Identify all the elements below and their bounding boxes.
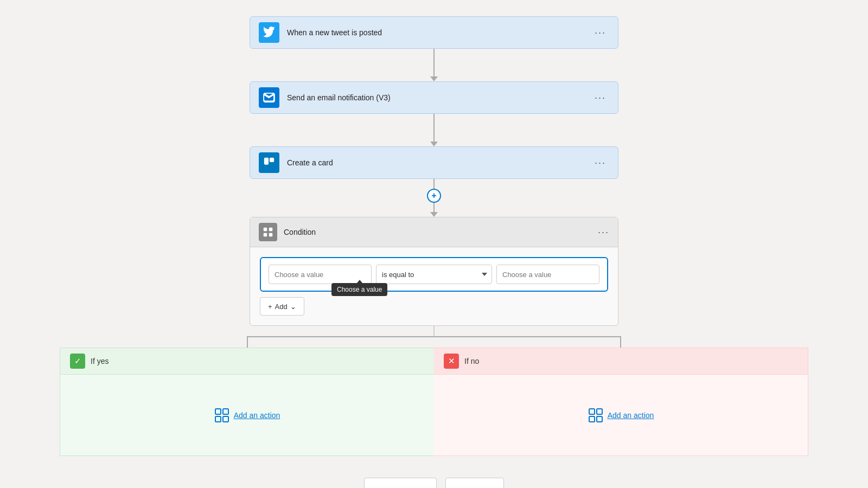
branch-yes-header: ✓ If yes (60, 348, 434, 375)
add-action-no-label: Add an action (608, 411, 654, 420)
add-action-yes-icon (214, 408, 229, 423)
branch-no-header: ✕ If no (434, 348, 808, 375)
condition-value-right[interactable] (496, 265, 599, 284)
twitter-icon (259, 22, 279, 43)
condition-value-left[interactable] (269, 265, 372, 284)
new-step-label: + New step (380, 486, 420, 489)
svg-rect-6 (215, 409, 221, 414)
condition-operator[interactable]: is equal to (376, 265, 492, 284)
branch-no-label: If no (464, 357, 479, 365)
svg-rect-1 (270, 158, 274, 162)
add-plus-icon: + (268, 303, 272, 311)
step-trello-more[interactable]: ··· (591, 155, 609, 171)
add-action-yes-label: Add an action (234, 411, 280, 420)
branch-no-body: Add an action (434, 375, 808, 455)
branch-yes-label: If yes (91, 357, 108, 365)
branch-no: ✕ If no Add an action (434, 348, 808, 456)
plus-connector: + (427, 179, 441, 217)
canvas: When a new tweet is posted ··· Send an e… (0, 0, 868, 488)
checkmark-icon: ✓ (74, 356, 81, 366)
svg-rect-9 (223, 416, 228, 422)
step-email-more[interactable]: ··· (591, 90, 609, 106)
branches: ✓ If yes Add an action (60, 348, 808, 456)
branch-yes: ✓ If yes Add an action (60, 348, 434, 456)
step-email-action[interactable]: Send an email notification (V3) ··· (250, 81, 618, 114)
condition-body: is equal to Choose a value + Add ⌄ (250, 247, 618, 325)
save-label: Save (465, 486, 484, 489)
svg-rect-7 (223, 409, 228, 414)
plus-icon: + (431, 191, 436, 201)
cross-icon: ✕ (448, 356, 455, 366)
bottom-toolbar: + New step Save (364, 478, 504, 488)
svg-rect-2 (264, 228, 267, 231)
svg-rect-8 (215, 416, 221, 422)
svg-rect-0 (264, 158, 269, 165)
trello-icon (259, 152, 279, 173)
add-chevron-icon: ⌄ (290, 303, 296, 311)
add-action-no-icon (588, 408, 603, 423)
email-icon (259, 87, 279, 108)
branch-connector (60, 326, 808, 348)
badge-yes: ✓ (70, 354, 85, 369)
svg-rect-3 (269, 228, 272, 231)
connector-1 (430, 49, 438, 81)
step-twitter-more[interactable]: ··· (591, 25, 609, 41)
step-email-title: Send an email notification (V3) (287, 93, 591, 102)
step-trello-action[interactable]: Create a card ··· (250, 146, 618, 179)
condition-header: Condition ··· (250, 217, 618, 247)
step-twitter-trigger[interactable]: When a new tweet is posted ··· (250, 16, 618, 49)
save-button[interactable]: Save (445, 478, 504, 488)
add-step-circle[interactable]: + (427, 189, 441, 203)
svg-rect-5 (269, 233, 272, 236)
svg-rect-12 (589, 416, 595, 422)
svg-rect-11 (597, 409, 602, 414)
step-twitter-title: When a new tweet is posted (287, 28, 591, 37)
add-action-yes[interactable]: Add an action (214, 408, 280, 423)
condition-title: Condition (284, 228, 598, 236)
svg-rect-10 (589, 409, 595, 414)
tooltip-choose-value: Choose a value (331, 283, 387, 296)
branch-yes-body: Add an action (60, 375, 434, 455)
add-label: Add (275, 303, 288, 311)
add-action-no[interactable]: Add an action (588, 408, 654, 423)
condition-icon (259, 223, 277, 241)
condition-add-button[interactable]: + Add ⌄ (260, 297, 304, 316)
condition-row: is equal to Choose a value (260, 257, 608, 292)
step-trello-title: Create a card (287, 158, 591, 167)
badge-no: ✕ (444, 354, 459, 369)
connector-2 (430, 114, 438, 146)
svg-rect-13 (597, 416, 602, 422)
condition-more[interactable]: ··· (598, 227, 609, 238)
svg-rect-4 (264, 233, 267, 236)
condition-block: Condition ··· is equal to Choose a value… (250, 217, 618, 326)
new-step-button[interactable]: + New step (364, 478, 436, 488)
